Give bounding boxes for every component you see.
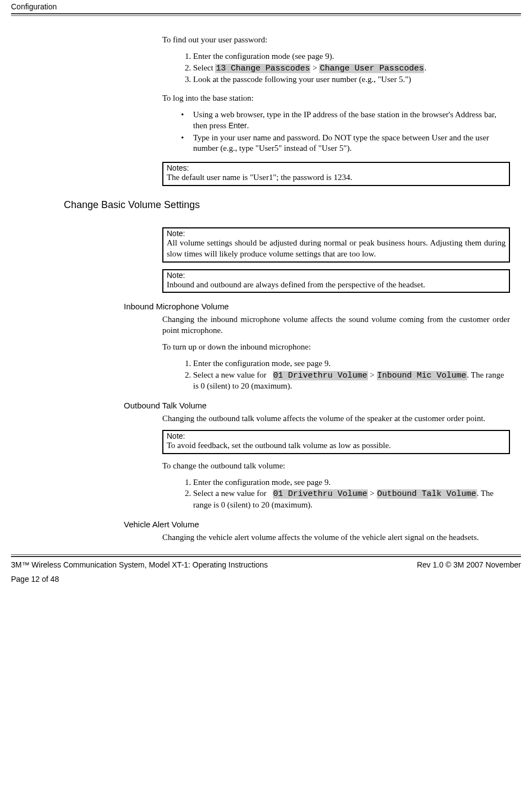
subsection-inbound-mic: Inbound Microphone Volume	[124, 302, 510, 311]
login-lead: To log into the base station:	[162, 93, 510, 104]
inbound-s2-sep: >	[368, 370, 377, 379]
step-1: Enter the configuration mode (see page 9…	[193, 51, 510, 62]
code-outbound-talk-volume: Outbound Talk Volume	[377, 489, 477, 499]
note-title: Note:	[167, 432, 506, 440]
inbound-step-1: Enter the configuration mode, see page 9…	[193, 358, 510, 369]
inbound-s2-pre: Select a new value for	[193, 370, 273, 379]
footer-rule-thin	[11, 554, 521, 555]
find-password-steps: Enter the configuration mode (see page 9…	[162, 51, 510, 85]
outbound-para: Changing the outbound talk volume affect…	[162, 413, 510, 424]
outbound-s2-pre: Select a new value for	[193, 489, 273, 498]
header-rule-thick	[11, 13, 521, 14]
step-2-post: .	[424, 63, 426, 72]
login-bullet-1: Using a web browser, type in the IP addr…	[178, 110, 510, 132]
code-drivethru-volume: 01 Drivethru Volume	[273, 371, 368, 380]
note-body: Inbound and outbound are always defined …	[167, 280, 506, 291]
footer: 3M™ Wireless Communication System, Model…	[11, 557, 521, 569]
note-body: To avoid feedback, set the outbound talk…	[167, 440, 506, 451]
login-bullet-2: Type in your user name and password. Do …	[178, 133, 510, 155]
outbound-step-1: Enter the configuration mode, see page 9…	[193, 477, 510, 488]
subsection-outbound-talk: Outbound Talk Volume	[124, 401, 510, 410]
code-inbound-mic-volume: Inbound Mic Volume	[377, 371, 467, 380]
note-feedback: Note: To avoid feedback, set the outboun…	[162, 430, 510, 454]
note-title: Note:	[167, 271, 506, 280]
step-2-pre: Select	[193, 63, 215, 72]
footer-right: Rev 1.0 © 3M 2007 November	[417, 560, 521, 569]
page-number: Page 12 of 48	[11, 569, 521, 583]
inbound-steps: Enter the configuration mode, see page 9…	[162, 358, 510, 392]
inbound-para: Changing the inbound microphone volume a…	[162, 314, 510, 336]
step-2: Select 13 Change Passcodes > Change User…	[193, 63, 510, 74]
vehicle-para: Changing the vehicle alert volume affect…	[162, 532, 510, 543]
note-title: Note:	[167, 229, 506, 238]
outbound-lead: To change the outbound talk volume:	[162, 461, 510, 472]
inbound-step-2: Select a new value for 01 Drivethru Volu…	[193, 370, 510, 392]
note-body: All volume settings should be adjusted d…	[167, 238, 506, 260]
step-2-sep: >	[310, 63, 319, 72]
find-password-lead: To find out your user password:	[162, 35, 510, 46]
code-change-passcodes: 13 Change Passcodes	[215, 64, 310, 73]
login-b1-post: .	[247, 121, 249, 130]
footer-left: 3M™ Wireless Communication System, Model…	[11, 560, 268, 569]
code-change-user-passcodes: Change User Passcodes	[319, 64, 424, 73]
outbound-steps: Enter the configuration mode, see page 9…	[162, 477, 510, 511]
note-body: The default user name is "User1"; the pa…	[167, 172, 506, 183]
note-business-hours: Note: All volume settings should be adju…	[162, 227, 510, 263]
note-default-credentials: Notes: The default user name is "User1";…	[162, 162, 510, 186]
step-3: Look at the passcode following your user…	[193, 74, 510, 85]
note-perspective: Note: Inbound and outbound are always de…	[162, 269, 510, 293]
outbound-step-2: Select a new value for 01 Drivethru Volu…	[193, 488, 510, 511]
inbound-lead: To turn up or down the inbound microphon…	[162, 342, 510, 353]
code-drivethru-volume-2: 01 Drivethru Volume	[273, 489, 368, 499]
login-bullets: Using a web browser, type in the IP addr…	[162, 110, 510, 154]
section-change-volume: Change Basic Volume Settings	[64, 199, 521, 211]
subsection-vehicle-alert: Vehicle Alert Volume	[124, 520, 510, 529]
note-title: Notes:	[167, 163, 506, 172]
enter-key-text: Enter	[228, 121, 246, 130]
running-header: Configuration	[11, 2, 521, 12]
outbound-s2-sep: >	[368, 489, 377, 498]
